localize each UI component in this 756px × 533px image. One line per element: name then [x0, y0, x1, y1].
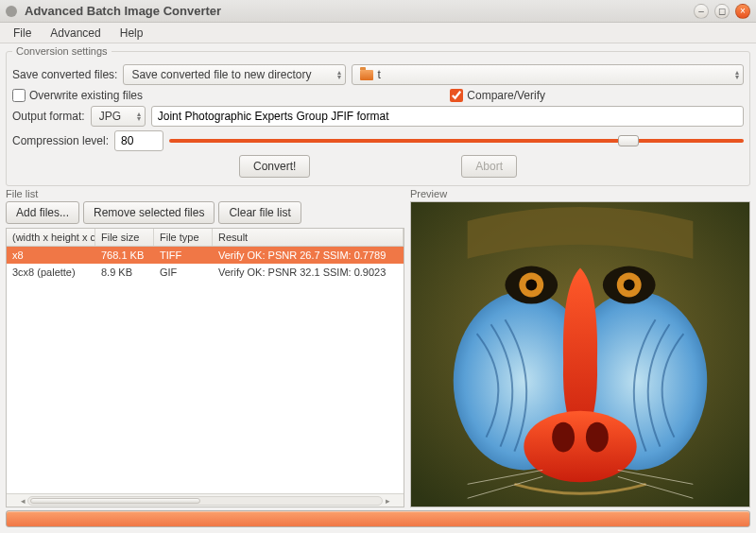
cell-type: GIF — [154, 266, 213, 279]
conversion-settings-legend: Conversion settings — [12, 45, 112, 57]
output-format-desc — [151, 106, 744, 127]
close-button[interactable]: × — [735, 4, 750, 19]
minimize-button[interactable]: – — [694, 4, 709, 19]
cell-type: TIFF — [154, 249, 213, 262]
convert-button[interactable]: Convert! — [239, 155, 310, 178]
cell-result: Verify OK: PSNR 26.7 SSIM: 0.7789 — [213, 249, 404, 262]
menu-advanced[interactable]: Advanced — [41, 25, 110, 42]
preview-label: Preview — [410, 188, 750, 199]
chevron-updown-icon: ▴▾ — [735, 70, 739, 79]
col-size[interactable]: File size — [95, 229, 154, 246]
save-mode-combo[interactable]: Save converted file to new directory ▴▾ — [123, 64, 346, 85]
chevron-updown-icon: ▴▾ — [137, 112, 141, 121]
menubar: File Advanced Help — [0, 23, 756, 43]
svg-point-12 — [624, 280, 635, 291]
compare-label: Compare/Verify — [467, 89, 545, 102]
cell-result: Verify OK: PSNR 32.1 SSIM: 0.9023 — [213, 266, 404, 279]
scroll-right-icon[interactable]: ▸ — [383, 496, 392, 506]
menu-help[interactable]: Help — [111, 25, 153, 42]
file-table[interactable]: (width x height x col File size File typ… — [6, 228, 404, 507]
filelist-label: File list — [6, 188, 404, 199]
maximize-button[interactable]: ◻ — [714, 4, 730, 19]
svg-point-10 — [525, 280, 537, 291]
col-type[interactable]: File type — [154, 229, 213, 246]
svg-point-5 — [552, 422, 575, 453]
slider-thumb[interactable] — [618, 135, 639, 146]
compare-checkbox[interactable] — [450, 89, 463, 102]
directory-value: t — [377, 68, 380, 81]
col-result[interactable]: Result — [213, 229, 404, 246]
table-row[interactable]: 3cx8 (palette) 8.9 KB GIF Verify OK: PSN… — [7, 264, 404, 281]
col-dims[interactable]: (width x height x col — [7, 229, 95, 246]
window-titlebar: Advanced Batch Image Converter – ◻ × — [0, 0, 756, 23]
save-converted-label: Save converted files: — [12, 68, 117, 81]
conversion-settings-group: Conversion settings Save converted files… — [6, 45, 750, 186]
svg-point-4 — [524, 411, 636, 483]
overwrite-checkbox-row[interactable]: Overwrite existing files — [12, 89, 143, 102]
compare-checkbox-row[interactable]: Compare/Verify — [450, 89, 545, 102]
folder-icon — [360, 70, 373, 80]
compression-input[interactable] — [114, 130, 163, 151]
slider-track — [169, 139, 744, 143]
scrollbar-thumb[interactable] — [30, 498, 200, 504]
output-format-label: Output format: — [12, 110, 85, 123]
directory-combo[interactable]: t ▴▾ — [352, 64, 744, 85]
compression-label: Compression level: — [12, 134, 109, 147]
output-format-value: JPG — [99, 110, 121, 123]
overwrite-checkbox[interactable] — [12, 89, 26, 102]
cell-dims: x8 — [7, 249, 95, 262]
table-body: x8 768.1 KB TIFF Verify OK: PSNR 26.7 SS… — [7, 247, 404, 493]
remove-selected-button[interactable]: Remove selected files — [83, 201, 215, 224]
scrollbar-track[interactable] — [27, 496, 383, 506]
cell-size: 8.9 KB — [95, 266, 154, 279]
table-header: (width x height x col File size File typ… — [7, 229, 404, 247]
horizontal-scrollbar[interactable]: ◂ ▸ — [7, 493, 404, 507]
chevron-updown-icon: ▴▾ — [337, 70, 341, 79]
compression-slider[interactable] — [169, 133, 744, 148]
scroll-left-icon[interactable]: ◂ — [18, 496, 27, 506]
svg-point-6 — [586, 422, 609, 453]
table-row[interactable]: x8 768.1 KB TIFF Verify OK: PSNR 26.7 SS… — [7, 247, 404, 264]
progress-bar — [6, 510, 750, 527]
add-files-button[interactable]: Add files... — [6, 201, 79, 224]
app-icon — [6, 6, 17, 17]
abort-button[interactable]: Abort — [461, 155, 517, 178]
cell-dims: 3cx8 (palette) — [7, 266, 95, 279]
menu-file[interactable]: File — [4, 25, 41, 42]
save-mode-value: Save converted file to new directory — [131, 68, 311, 81]
window-title: Advanced Batch Image Converter — [25, 4, 694, 18]
cell-size: 768.1 KB — [95, 249, 154, 262]
preview-image — [410, 201, 750, 507]
output-format-combo[interactable]: JPG ▴▾ — [91, 106, 146, 127]
clear-filelist-button[interactable]: Clear file list — [218, 201, 301, 224]
overwrite-label: Overwrite existing files — [29, 89, 143, 102]
window-controls: – ◻ × — [694, 4, 750, 19]
